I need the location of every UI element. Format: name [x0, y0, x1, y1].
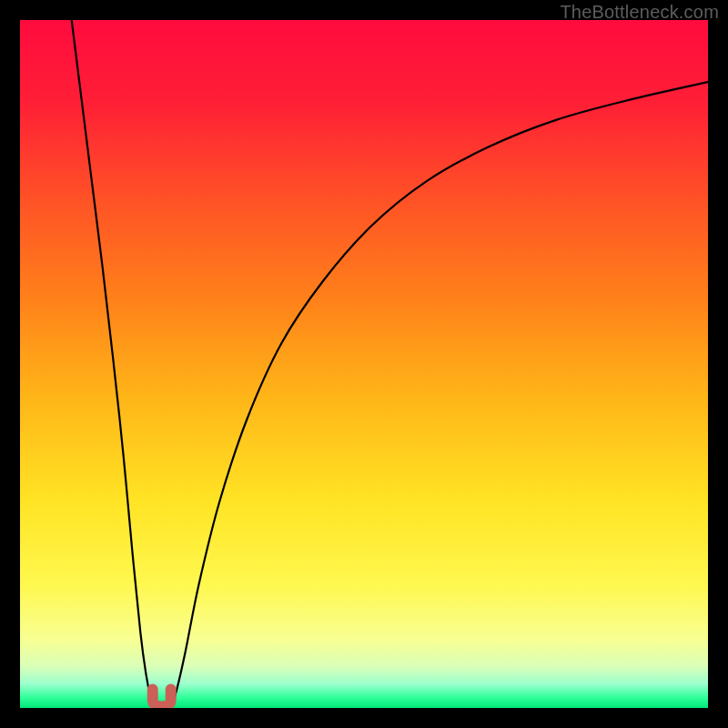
watermark-text: TheBottleneck.com	[560, 2, 719, 23]
bottleneck-curve	[20, 20, 708, 708]
plot-area	[20, 20, 708, 708]
curve-right-branch	[170, 82, 708, 706]
u-marker	[153, 689, 171, 706]
chart-frame: TheBottleneck.com	[0, 0, 728, 728]
curve-left-branch	[72, 20, 155, 706]
